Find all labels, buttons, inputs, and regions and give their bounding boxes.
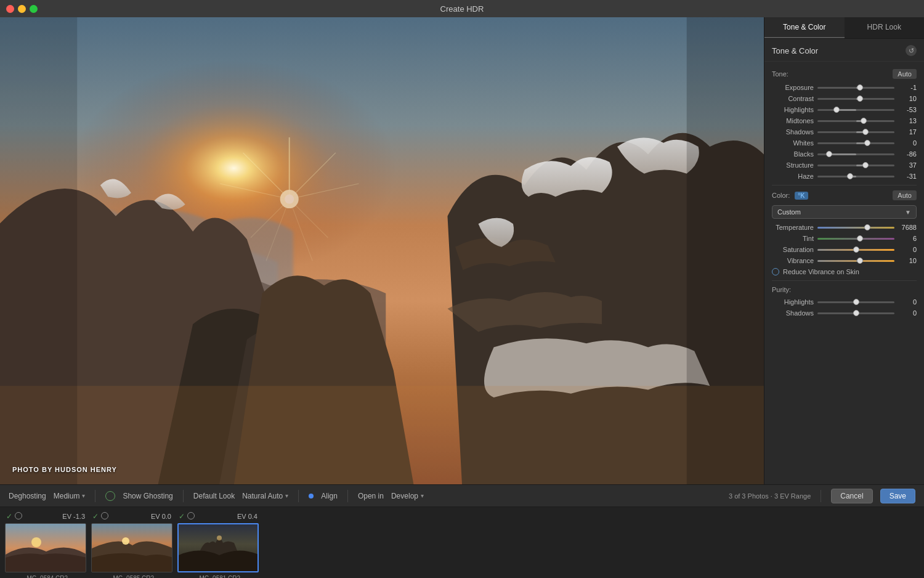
natural-auto-dropdown[interactable]: Natural Auto ▾ [242,492,288,500]
color-preset-label: Custom [777,208,801,216]
film-item-2-ev: EV 0.0 [151,513,171,520]
panel-body[interactable]: Tone: Auto Exposure -1 Contrast 10 [764,62,924,484]
haze-value: -31 [898,173,917,180]
highlights-slider[interactable] [817,109,894,111]
purity-highlights-row: Highlights 0 [772,298,917,306]
toolbar-sep-2 [183,490,184,502]
blacks-slider[interactable] [817,153,894,155]
toolbar-sep-5 [821,490,821,502]
deghosting-dropdown[interactable]: Medium ▾ [54,492,86,500]
svg-point-21 [217,535,222,540]
shadows-label: Shadows [772,128,814,136]
shadows-slider[interactable] [817,131,894,133]
svg-point-12 [285,195,294,204]
exposure-row: Exposure -1 [772,84,917,91]
maximize-button[interactable] [30,5,38,13]
purity-highlights-label: Highlights [772,298,814,306]
right-panel: Tone & Color HDR Look Tone & Color ↺ Ton… [764,17,924,484]
film-item-3[interactable]: ✓ EV 0.4 _MG_0581.CR2 [177,512,259,578]
tone-auto-button[interactable]: Auto [893,69,917,79]
film-item-1-ev: EV -1.3 [62,513,85,520]
develop-dropdown[interactable]: Develop ▾ [391,492,424,500]
film-item-3-name: _MG_0581.CR2 [196,575,240,578]
purity-shadows-slider[interactable] [817,312,894,314]
panel-header: Tone & Color ↺ [764,39,924,62]
color-auto-button[interactable]: Auto [893,190,917,200]
contrast-slider[interactable] [817,98,894,100]
tone-section-header: Tone: Auto [772,69,917,79]
natural-auto-chevron-icon: ▾ [285,492,288,499]
tab-tone-color[interactable]: Tone & Color [764,17,845,38]
film-thumb-3[interactable] [177,523,259,572]
vibrance-slider[interactable] [817,260,894,262]
main-image [0,17,764,484]
film-item-3-header: ✓ EV 0.4 [177,512,259,521]
color-preset-dropdown[interactable]: Custom ▼ [772,205,917,219]
film-item-2-checks: ✓ [92,512,108,521]
temperature-slider[interactable] [817,227,894,229]
svg-rect-15 [687,17,764,484]
reduce-vibrance-row: Reduce Vibrance on Skin [772,268,917,275]
exposure-value: -1 [898,84,917,91]
svg-point-17 [31,537,41,547]
whites-value: 0 [898,139,917,147]
svg-rect-14 [0,17,77,484]
film-item-2[interactable]: ✓ EV 0.0 _MG_0585.CR2 [91,512,172,578]
exposure-slider[interactable] [817,87,894,89]
blacks-value: -86 [898,150,917,158]
whites-slider[interactable] [817,142,894,144]
align-label: Align [321,492,338,500]
purity-shadows-value: 0 [898,309,917,317]
film-thumb-1[interactable] [5,523,86,572]
film-item-1-checks: ✓ [6,512,22,521]
titlebar: Create HDR [0,0,924,17]
purity-highlights-slider[interactable] [817,301,894,303]
tint-label: Tint [772,235,814,242]
midtones-label: Midtones [772,117,814,124]
haze-slider[interactable] [817,176,894,177]
bottom-toolbar: Deghosting Medium ▾ Show Ghosting Defaul… [0,484,924,507]
saturation-row: Saturation 0 [772,246,917,253]
film-thumb-2[interactable] [91,523,172,572]
reduce-vibrance-checkbox[interactable] [772,268,779,275]
chevron-down-icon: ▼ [905,209,911,216]
contrast-row: Contrast 10 [772,95,917,102]
tone-label: Tone: [772,70,788,78]
save-button[interactable]: Save [880,489,915,503]
contrast-label: Contrast [772,95,814,102]
develop-chevron-icon: ▾ [421,492,424,499]
open-in-label: Open in [358,492,384,500]
film-check-icon-2: ✓ [92,512,99,521]
midtones-slider[interactable] [817,120,894,122]
saturation-label: Saturation [772,246,814,253]
reset-button[interactable]: ↺ [906,45,917,56]
filmstrip: ✓ EV -1.3 _MG_0584.CR2 [0,507,924,578]
window-title: Create HDR [440,4,484,14]
blacks-row: Blacks -86 [772,150,917,158]
film-item-1[interactable]: ✓ EV -1.3 _MG_0584.CR2 [5,512,86,578]
purity-label: Purity: [772,286,917,293]
film-circle-icon-2 [101,512,108,519]
temperature-value: 7688 [898,224,917,231]
film-item-2-name: _MG_0585.CR2 [110,575,154,578]
shadows-value: 17 [898,128,917,136]
cancel-button[interactable]: Cancel [831,489,872,503]
structure-slider[interactable] [817,165,894,166]
panel-tabs: Tone & Color HDR Look [764,17,924,39]
film-item-2-header: ✓ EV 0.0 [91,512,172,521]
temperature-label: Temperature [772,224,814,231]
saturation-slider[interactable] [817,249,894,251]
midtones-row: Midtones 13 [772,117,917,124]
tab-hdr-look[interactable]: HDR Look [845,17,925,38]
image-area: PHOTO BY HUDSON HENRY [0,17,764,484]
blacks-label: Blacks [772,150,814,158]
align-dot-icon [309,494,314,499]
close-button[interactable] [6,5,14,13]
tint-slider[interactable] [817,238,894,240]
temperature-row: Temperature 7688 [772,224,917,231]
kelvin-badge: °K [795,192,808,200]
default-look-label: Default Look [193,492,235,500]
minimize-button[interactable] [18,5,26,13]
deghosting-value: Medium [54,492,80,500]
structure-row: Structure 37 [772,161,917,169]
